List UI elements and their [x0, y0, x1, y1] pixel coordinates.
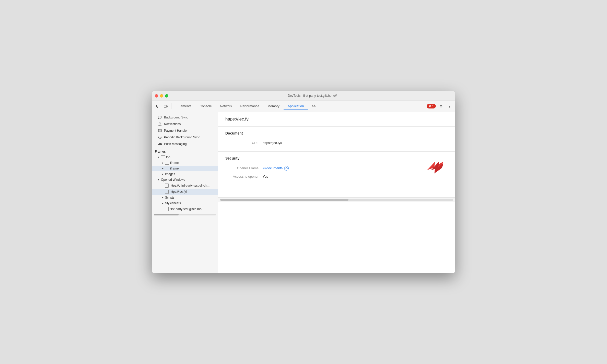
sidebar-item-background-sync-label: Background Sync	[164, 116, 188, 119]
maximize-button[interactable]	[165, 94, 168, 98]
folder-icon	[165, 161, 169, 165]
tree-item-iframe1-label: iframe	[170, 161, 179, 165]
tree-arrow-down-icon: ▼	[157, 156, 160, 159]
inspect-icon: </>	[284, 166, 289, 171]
folder-icon	[161, 155, 165, 159]
security-section-title: Security	[225, 156, 448, 160]
file-icon	[165, 184, 169, 188]
svg-rect-2	[158, 129, 161, 132]
tab-performance[interactable]: Performance	[236, 103, 263, 110]
tree-item-stylesheets-label: Stylesheets	[165, 201, 181, 205]
sidebar-scrollbar	[152, 212, 218, 217]
toolbar-divider	[171, 103, 171, 109]
tree-item-jec-fyi[interactable]: https://jec.fyi	[152, 189, 218, 195]
tree-item-first-party[interactable]: first-party-test.glitch.me/	[152, 206, 218, 212]
tree-arrow-right-icon: ▶	[161, 196, 164, 199]
file-icon	[165, 190, 169, 194]
tree-arrow-right-icon: ▶	[161, 167, 164, 170]
gear-icon: ⚙	[439, 104, 443, 108]
sidebar-item-push-messaging[interactable]: Push Messaging	[152, 141, 218, 147]
cursor-tool-button[interactable]	[154, 103, 161, 110]
tab-more[interactable]: >>	[308, 103, 320, 110]
tree-arrow-down-icon: ▼	[157, 178, 160, 181]
url-value: https://jec.fyi/	[263, 141, 282, 145]
error-badge[interactable]: ✕ 1	[427, 104, 436, 108]
file-icon	[165, 207, 169, 211]
red-arrow-annotation	[427, 162, 445, 177]
tree-item-iframe2[interactable]: ▶ iframe	[152, 166, 218, 171]
traffic-lights	[155, 94, 168, 98]
document-section: Document URL https://jec.fyi/	[218, 127, 455, 152]
sidebar-item-notifications-label: Notifications	[164, 122, 181, 126]
tab-memory[interactable]: Memory	[263, 103, 284, 110]
sidebar-item-notifications[interactable]: Notifications	[152, 121, 218, 127]
sidebar-item-payment-handler-label: Payment Handler	[164, 129, 188, 132]
tab-application[interactable]: Application	[284, 103, 308, 110]
sync-icon	[158, 115, 162, 119]
tree-item-first-party-label: first-party-test.glitch.me/	[170, 207, 202, 211]
sidebar-item-push-messaging-label: Push Messaging	[164, 142, 187, 146]
tree-item-jec-fyi-label: https://jec.fyi	[170, 190, 187, 193]
cloud-icon	[158, 142, 162, 146]
panel-url: https://jec.fyi	[218, 112, 455, 127]
toolbar-right: ✕ 1 ⚙ ⋮	[427, 103, 453, 110]
tree-item-third-party-label: https://third-party-test.glitch.me/p	[170, 184, 211, 187]
svg-rect-0	[164, 105, 166, 108]
tree-item-opened-windows-label: Opened Windows	[161, 178, 185, 181]
main-panel: https://jec.fyi Document URL https://jec…	[218, 112, 455, 273]
tree-item-iframe2-label: iframe	[170, 167, 179, 170]
opener-frame-link-text: <#document>	[263, 166, 283, 170]
bell-icon	[158, 122, 162, 126]
tree-item-scripts-label: Scripts	[165, 196, 174, 199]
tree-item-third-party[interactable]: https://third-party-test.glitch.me/p	[152, 183, 218, 189]
sidebar-item-periodic-sync[interactable]: Periodic Background Sync	[152, 134, 218, 141]
tab-network[interactable]: Network	[216, 103, 236, 110]
opener-frame-row: Opener Frame <#document> </>	[225, 164, 448, 173]
url-row: URL https://jec.fyi/	[225, 139, 448, 147]
tree-arrow-right-icon: ▶	[161, 202, 164, 205]
more-icon: ⋮	[448, 104, 452, 108]
toolbar: Elements Console Network Performance Mem…	[152, 101, 455, 112]
minimize-button[interactable]	[160, 94, 163, 98]
access-opener-label: Access to opener	[225, 175, 259, 178]
sidebar: Background Sync Notifications	[152, 112, 218, 273]
tree-item-iframe1[interactable]: ▶ iframe	[152, 160, 218, 166]
frames-section-header: Frames	[152, 147, 218, 154]
security-section: Security Opener Frame <#document> </>	[218, 152, 455, 198]
sidebar-item-background-sync[interactable]: Background Sync	[152, 114, 218, 121]
tree-item-scripts[interactable]: ▶ Scripts	[152, 195, 218, 200]
tree-item-images-label: Images	[165, 172, 175, 176]
tree-item-top[interactable]: ▼ top	[152, 154, 218, 160]
title-bar: DevTools - first-party-test.glitch.me//	[152, 91, 455, 101]
main-content: Background Sync Notifications	[152, 112, 455, 273]
clock-icon	[158, 135, 162, 139]
sidebar-item-periodic-sync-label: Periodic Background Sync	[164, 136, 200, 139]
settings-button[interactable]: ⚙	[437, 103, 445, 110]
tree-item-opened-windows[interactable]: ▼ Opened Windows	[152, 177, 218, 183]
url-label: URL	[225, 141, 259, 145]
error-count: 1	[432, 104, 434, 108]
folder-icon	[165, 167, 169, 170]
document-section-title: Document	[225, 131, 448, 135]
error-badge-icon: ✕	[429, 105, 431, 108]
tree-arrow-right-icon: ▶	[161, 161, 164, 164]
svg-rect-1	[166, 106, 167, 107]
access-opener-row: Access to opener Yes	[225, 173, 448, 180]
more-menu-button[interactable]: ⋮	[446, 103, 453, 110]
horizontal-scrollbar[interactable]	[218, 198, 455, 202]
toolbar-tabs: Elements Console Network Performance Mem…	[173, 103, 426, 110]
card-icon	[158, 129, 162, 133]
tree-item-images[interactable]: ▶ Images	[152, 171, 218, 177]
sidebar-item-payment-handler[interactable]: Payment Handler	[152, 127, 218, 134]
tree-item-stylesheets[interactable]: ▶ Stylesheets	[152, 200, 218, 206]
opener-frame-link[interactable]: <#document> </>	[263, 166, 289, 171]
window-title: DevTools - first-party-test.glitch.me//	[172, 94, 452, 98]
tree-item-top-label: top	[166, 155, 170, 159]
device-toggle-button[interactable]	[162, 103, 169, 110]
close-button[interactable]	[155, 94, 158, 98]
access-opener-value: Yes	[263, 175, 268, 178]
tab-elements[interactable]: Elements	[173, 103, 195, 110]
opener-frame-label: Opener Frame	[225, 166, 259, 170]
tab-console[interactable]: Console	[195, 103, 216, 110]
tree-arrow-right-icon: ▶	[161, 173, 164, 176]
